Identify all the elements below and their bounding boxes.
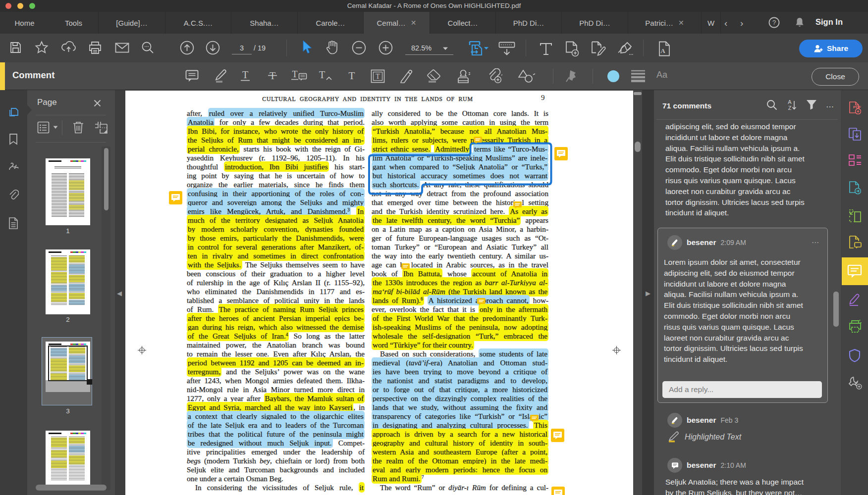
svg-text:T: T: [349, 70, 355, 82]
svg-text:A: A: [660, 47, 665, 54]
svg-text:T: T: [242, 69, 248, 80]
svg-text:T: T: [292, 69, 298, 79]
svg-text:A: A: [788, 99, 792, 105]
svg-text:Z: Z: [788, 105, 792, 111]
svg-text:?: ?: [772, 19, 776, 26]
svg-text:T: T: [376, 73, 380, 80]
svg-text:T: T: [319, 69, 325, 80]
